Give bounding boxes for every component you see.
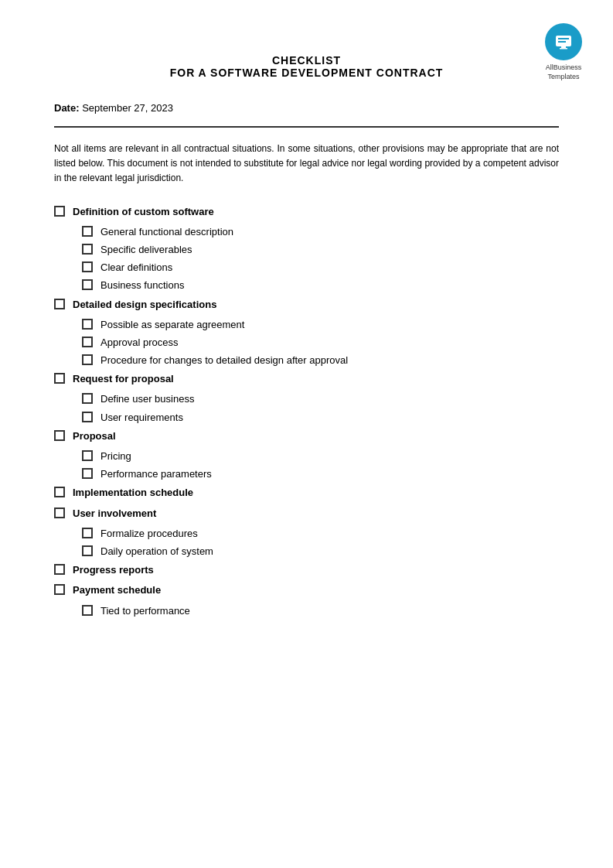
item-possible-separate: Possible as separate agreement <box>82 318 559 332</box>
checkbox-possible-separate[interactable] <box>82 319 93 330</box>
section-proposal: Proposal <box>54 429 559 443</box>
item-daily-operation: Daily operation of system <box>82 545 559 559</box>
item-business-functions-label: Business functions <box>100 279 184 292</box>
section-definition: Definition of custom software <box>54 205 559 219</box>
checkbox-pricing[interactable] <box>82 450 93 461</box>
item-user-requirements-label: User requirements <box>100 411 183 425</box>
item-performance-parameters: Performance parameters <box>82 467 559 481</box>
item-clear-definitions-label: Clear definitions <box>100 261 172 275</box>
checkbox-payment-schedule[interactable] <box>54 584 65 595</box>
item-business-functions: Business functions <box>82 279 559 292</box>
document-page: AllBusiness Templates CHECKLIST FOR A SO… <box>0 0 613 868</box>
checkbox-define-user-business[interactable] <box>82 393 93 404</box>
date-value: September 27, 2023 <box>82 102 173 114</box>
logo-area: AllBusiness Templates <box>545 23 582 81</box>
item-pricing-label: Pricing <box>100 449 131 463</box>
item-procedure-changes-label: Procedure for changes to detailed design… <box>100 354 348 367</box>
section-proposal-label: Proposal <box>73 429 116 443</box>
item-general-functional-label: General functional description <box>100 225 233 239</box>
title-section: CHECKLIST FOR A SOFTWARE DEVELOPMENT CON… <box>54 54 559 79</box>
checkbox-performance-parameters[interactable] <box>82 468 93 479</box>
item-clear-definitions: Clear definitions <box>82 261 559 275</box>
section-detailed-design: Detailed design specifications <box>54 298 559 312</box>
section-progress-reports-label: Progress reports <box>73 563 154 577</box>
item-formalize-procedures-label: Formalize procedures <box>100 527 198 541</box>
checkbox-tied-performance[interactable] <box>82 605 93 616</box>
section-detailed-design-label: Detailed design specifications <box>73 298 216 312</box>
checklist: Definition of custom software General fu… <box>54 205 559 618</box>
item-pricing: Pricing <box>82 449 559 463</box>
item-define-user-business-label: Define user business <box>100 392 194 406</box>
logo-icon <box>545 23 582 60</box>
title-sub: FOR A SOFTWARE DEVELOPMENT CONTRACT <box>54 67 559 79</box>
logo-subtext: Templates <box>547 73 579 82</box>
checkbox-clear-definitions[interactable] <box>82 261 93 272</box>
title-main: CHECKLIST <box>54 54 559 67</box>
svg-rect-1 <box>558 38 569 39</box>
item-formalize-procedures: Formalize procedures <box>82 527 559 541</box>
section-user-involvement-label: User involvement <box>73 507 156 521</box>
checkbox-business-functions[interactable] <box>82 279 93 290</box>
svg-rect-3 <box>561 46 566 48</box>
checkbox-formalize-procedures[interactable] <box>82 528 93 538</box>
checkbox-implementation[interactable] <box>54 487 65 497</box>
item-general-functional: General functional description <box>82 225 559 239</box>
item-approval-process-label: Approval process <box>100 336 178 350</box>
checkbox-user-requirements[interactable] <box>82 412 93 422</box>
checkbox-procedure-changes[interactable] <box>82 354 93 365</box>
date-line: Date: September 27, 2023 <box>54 102 559 114</box>
section-request-proposal: Request for proposal <box>54 372 559 386</box>
item-possible-separate-label: Possible as separate agreement <box>100 318 244 332</box>
svg-rect-4 <box>560 48 567 50</box>
checkbox-approval-process[interactable] <box>82 337 93 347</box>
item-tied-performance-label: Tied to performance <box>100 604 190 618</box>
section-payment-schedule: Payment schedule <box>54 583 559 597</box>
item-specific-deliverables: Specific deliverables <box>82 243 559 257</box>
date-label: Date: <box>54 102 80 114</box>
checkbox-detailed-design[interactable] <box>54 299 65 309</box>
section-definition-label: Definition of custom software <box>73 205 214 219</box>
checkbox-general-functional[interactable] <box>82 226 93 237</box>
section-progress-reports: Progress reports <box>54 563 559 577</box>
section-implementation-label: Implementation schedule <box>73 486 193 500</box>
logo-text: AllBusiness <box>546 63 582 73</box>
item-tied-performance: Tied to performance <box>82 604 559 618</box>
checkbox-proposal[interactable] <box>54 430 65 441</box>
checkbox-request-proposal[interactable] <box>54 373 65 384</box>
section-user-involvement: User involvement <box>54 507 559 521</box>
intro-text: Not all items are relevant in all contra… <box>54 142 559 186</box>
item-daily-operation-label: Daily operation of system <box>100 545 213 559</box>
item-performance-parameters-label: Performance parameters <box>100 467 212 481</box>
checkbox-specific-deliverables[interactable] <box>82 244 93 255</box>
item-specific-deliverables-label: Specific deliverables <box>100 243 192 257</box>
section-implementation: Implementation schedule <box>54 486 559 500</box>
section-payment-schedule-label: Payment schedule <box>73 583 161 597</box>
checkbox-definition[interactable] <box>54 206 65 217</box>
svg-rect-2 <box>558 41 566 43</box>
item-procedure-changes: Procedure for changes to detailed design… <box>82 354 559 367</box>
section-request-proposal-label: Request for proposal <box>73 372 174 386</box>
checkbox-user-involvement[interactable] <box>54 507 65 518</box>
item-user-requirements: User requirements <box>82 411 559 425</box>
item-define-user-business: Define user business <box>82 392 559 406</box>
item-approval-process: Approval process <box>82 336 559 350</box>
divider <box>54 126 559 128</box>
checkbox-daily-operation[interactable] <box>82 545 93 556</box>
checkbox-progress-reports[interactable] <box>54 564 65 575</box>
